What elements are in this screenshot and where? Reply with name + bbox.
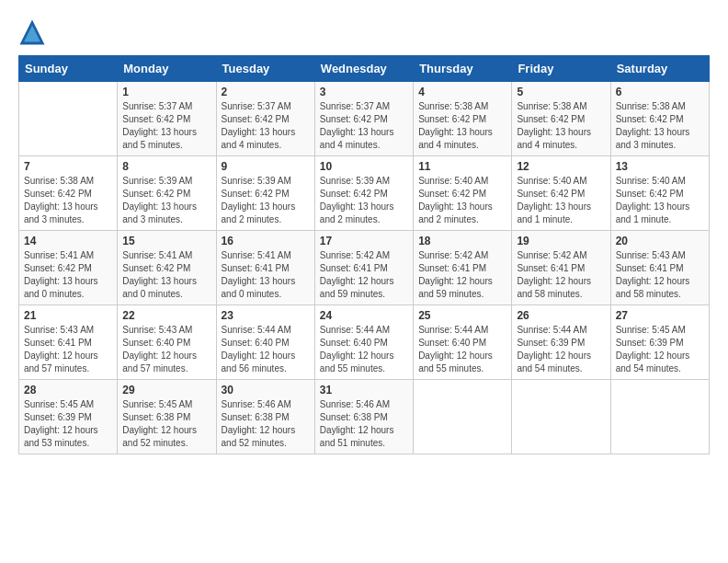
cell-info: Sunrise: 5:46 AM Sunset: 6:38 PM Dayligh…: [320, 398, 408, 450]
cell-info: Sunrise: 5:44 AM Sunset: 6:40 PM Dayligh…: [418, 324, 506, 375]
header-day-sunday: Sunday: [19, 56, 118, 82]
cell-info: Sunrise: 5:43 AM Sunset: 6:41 PM Dayligh…: [616, 249, 704, 301]
header-day-friday: Friday: [512, 56, 610, 82]
calendar-cell: 20Sunrise: 5:43 AM Sunset: 6:41 PM Dayli…: [610, 231, 709, 305]
cell-info: Sunrise: 5:38 AM Sunset: 6:42 PM Dayligh…: [418, 100, 506, 152]
day-number: 17: [320, 235, 408, 247]
calendar-cell: 18Sunrise: 5:42 AM Sunset: 6:41 PM Dayli…: [414, 231, 512, 305]
calendar-cell: 23Sunrise: 5:44 AM Sunset: 6:40 PM Dayli…: [216, 305, 314, 380]
day-number: 31: [320, 384, 408, 396]
day-number: 22: [122, 309, 210, 322]
calendar-cell: 9Sunrise: 5:39 AM Sunset: 6:42 PM Daylig…: [216, 156, 314, 231]
day-number: 20: [616, 235, 704, 247]
cell-info: Sunrise: 5:43 AM Sunset: 6:40 PM Dayligh…: [122, 324, 210, 375]
calendar-header: SundayMondayTuesdayWednesdayThursdayFrid…: [19, 56, 710, 82]
day-number: 24: [320, 309, 408, 322]
calendar-cell: 24Sunrise: 5:44 AM Sunset: 6:40 PM Dayli…: [314, 305, 413, 380]
cell-info: Sunrise: 5:38 AM Sunset: 6:42 PM Dayligh…: [517, 100, 605, 152]
calendar-cell: 11Sunrise: 5:40 AM Sunset: 6:42 PM Dayli…: [414, 156, 512, 231]
day-number: 12: [517, 160, 605, 173]
cell-info: Sunrise: 5:39 AM Sunset: 6:42 PM Dayligh…: [122, 175, 210, 226]
day-number: 26: [517, 309, 605, 322]
cell-info: Sunrise: 5:45 AM Sunset: 6:39 PM Dayligh…: [24, 398, 112, 450]
cell-info: Sunrise: 5:37 AM Sunset: 6:42 PM Dayligh…: [222, 100, 310, 152]
calendar-cell: 26Sunrise: 5:44 AM Sunset: 6:39 PM Dayli…: [512, 305, 610, 380]
cell-info: Sunrise: 5:40 AM Sunset: 6:42 PM Dayligh…: [517, 175, 605, 226]
page-header: [18, 18, 710, 46]
header-row: SundayMondayTuesdayWednesdayThursdayFrid…: [19, 56, 710, 82]
day-number: 21: [24, 309, 112, 322]
day-number: 28: [24, 384, 112, 396]
day-number: 18: [418, 235, 506, 247]
calendar-cell: 15Sunrise: 5:41 AM Sunset: 6:42 PM Dayli…: [118, 231, 216, 305]
calendar-cell: 22Sunrise: 5:43 AM Sunset: 6:40 PM Dayli…: [118, 305, 216, 380]
cell-info: Sunrise: 5:43 AM Sunset: 6:41 PM Dayligh…: [24, 324, 112, 375]
calendar-week-1: 1Sunrise: 5:37 AM Sunset: 6:42 PM Daylig…: [19, 82, 710, 156]
calendar-table: SundayMondayTuesdayWednesdayThursdayFrid…: [18, 55, 710, 454]
calendar-week-2: 7Sunrise: 5:38 AM Sunset: 6:42 PM Daylig…: [19, 156, 710, 231]
day-number: 15: [122, 235, 210, 247]
day-number: 13: [616, 160, 704, 173]
cell-info: Sunrise: 5:41 AM Sunset: 6:42 PM Dayligh…: [24, 249, 112, 301]
calendar-cell: 12Sunrise: 5:40 AM Sunset: 6:42 PM Dayli…: [512, 156, 610, 231]
cell-info: Sunrise: 5:44 AM Sunset: 6:39 PM Dayligh…: [517, 324, 605, 375]
calendar-week-3: 14Sunrise: 5:41 AM Sunset: 6:42 PM Dayli…: [19, 231, 710, 305]
calendar-cell: 27Sunrise: 5:45 AM Sunset: 6:39 PM Dayli…: [610, 305, 709, 380]
calendar-cell: 7Sunrise: 5:38 AM Sunset: 6:42 PM Daylig…: [19, 156, 118, 231]
day-number: 19: [517, 235, 605, 247]
calendar-cell: 17Sunrise: 5:42 AM Sunset: 6:41 PM Dayli…: [314, 231, 413, 305]
logo-icon: [18, 18, 46, 46]
calendar-cell: [19, 82, 118, 156]
day-number: 5: [517, 86, 605, 98]
header-day-saturday: Saturday: [610, 56, 709, 82]
calendar-cell: [512, 380, 610, 454]
logo: [18, 18, 50, 46]
header-day-tuesday: Tuesday: [216, 56, 314, 82]
cell-info: Sunrise: 5:45 AM Sunset: 6:38 PM Dayligh…: [122, 398, 210, 450]
cell-info: Sunrise: 5:39 AM Sunset: 6:42 PM Dayligh…: [320, 175, 408, 226]
cell-info: Sunrise: 5:46 AM Sunset: 6:38 PM Dayligh…: [222, 398, 310, 450]
day-number: 6: [616, 86, 704, 98]
calendar-cell: 10Sunrise: 5:39 AM Sunset: 6:42 PM Dayli…: [314, 156, 413, 231]
calendar-cell: 5Sunrise: 5:38 AM Sunset: 6:42 PM Daylig…: [512, 82, 610, 156]
calendar-cell: 2Sunrise: 5:37 AM Sunset: 6:42 PM Daylig…: [216, 82, 314, 156]
day-number: 29: [122, 384, 210, 396]
calendar-body: 1Sunrise: 5:37 AM Sunset: 6:42 PM Daylig…: [19, 82, 710, 454]
calendar-cell: [610, 380, 709, 454]
calendar-cell: 28Sunrise: 5:45 AM Sunset: 6:39 PM Dayli…: [19, 380, 118, 454]
day-number: 3: [320, 86, 408, 98]
calendar-week-4: 21Sunrise: 5:43 AM Sunset: 6:41 PM Dayli…: [19, 305, 710, 380]
calendar-cell: 16Sunrise: 5:41 AM Sunset: 6:41 PM Dayli…: [216, 231, 314, 305]
cell-info: Sunrise: 5:38 AM Sunset: 6:42 PM Dayligh…: [616, 100, 704, 152]
day-number: 2: [222, 86, 310, 98]
cell-info: Sunrise: 5:44 AM Sunset: 6:40 PM Dayligh…: [222, 324, 310, 375]
cell-info: Sunrise: 5:41 AM Sunset: 6:42 PM Dayligh…: [122, 249, 210, 301]
calendar-cell: 1Sunrise: 5:37 AM Sunset: 6:42 PM Daylig…: [118, 82, 216, 156]
cell-info: Sunrise: 5:44 AM Sunset: 6:40 PM Dayligh…: [320, 324, 408, 375]
calendar-cell: 3Sunrise: 5:37 AM Sunset: 6:42 PM Daylig…: [314, 82, 413, 156]
cell-info: Sunrise: 5:40 AM Sunset: 6:42 PM Dayligh…: [616, 175, 704, 226]
day-number: 30: [222, 384, 310, 396]
day-number: 27: [616, 309, 704, 322]
day-number: 10: [320, 160, 408, 173]
cell-info: Sunrise: 5:42 AM Sunset: 6:41 PM Dayligh…: [320, 249, 408, 301]
day-number: 1: [122, 86, 210, 98]
calendar-cell: 31Sunrise: 5:46 AM Sunset: 6:38 PM Dayli…: [314, 380, 413, 454]
day-number: 8: [122, 160, 210, 173]
calendar-cell: 29Sunrise: 5:45 AM Sunset: 6:38 PM Dayli…: [118, 380, 216, 454]
calendar-cell: 6Sunrise: 5:38 AM Sunset: 6:42 PM Daylig…: [610, 82, 709, 156]
cell-info: Sunrise: 5:38 AM Sunset: 6:42 PM Dayligh…: [24, 175, 112, 226]
header-day-thursday: Thursday: [414, 56, 512, 82]
day-number: 9: [222, 160, 310, 173]
calendar-cell: 14Sunrise: 5:41 AM Sunset: 6:42 PM Dayli…: [19, 231, 118, 305]
cell-info: Sunrise: 5:42 AM Sunset: 6:41 PM Dayligh…: [418, 249, 506, 301]
cell-info: Sunrise: 5:37 AM Sunset: 6:42 PM Dayligh…: [122, 100, 210, 152]
calendar-cell: 30Sunrise: 5:46 AM Sunset: 6:38 PM Dayli…: [216, 380, 314, 454]
calendar-cell: 13Sunrise: 5:40 AM Sunset: 6:42 PM Dayli…: [610, 156, 709, 231]
day-number: 7: [24, 160, 112, 173]
calendar-cell: 25Sunrise: 5:44 AM Sunset: 6:40 PM Dayli…: [414, 305, 512, 380]
header-day-wednesday: Wednesday: [314, 56, 413, 82]
calendar-cell: 21Sunrise: 5:43 AM Sunset: 6:41 PM Dayli…: [19, 305, 118, 380]
day-number: 23: [222, 309, 310, 322]
day-number: 14: [24, 235, 112, 247]
